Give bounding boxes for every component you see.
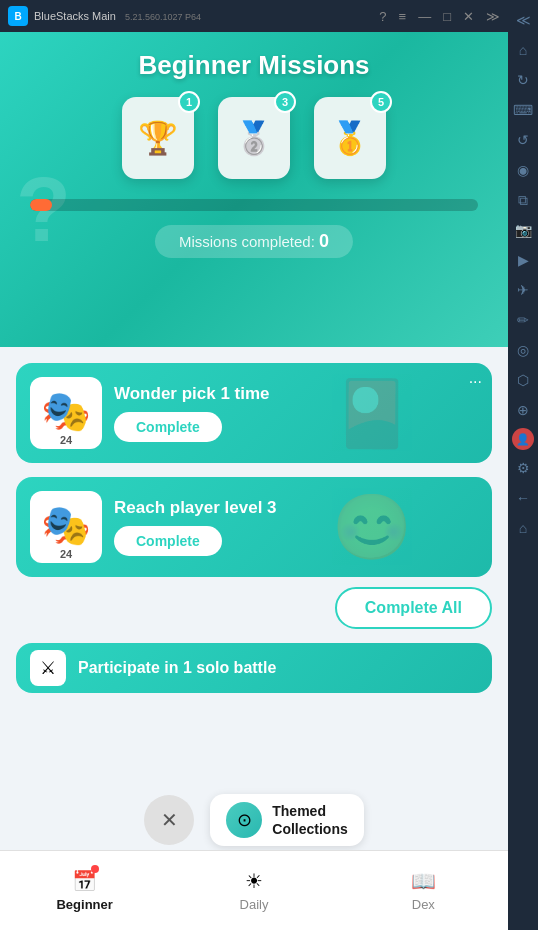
sidebar-rotate-icon[interactable]: ↻ <box>511 68 535 92</box>
mission-card-icon-2: 🥈 <box>234 119 274 157</box>
task-badge-1: 24 <box>60 434 72 446</box>
task-title-1: Wonder pick 1 time <box>114 384 478 404</box>
tab-label-daily: Daily <box>240 897 269 912</box>
sidebar-toggle-button[interactable]: ≫ <box>486 9 500 24</box>
task-title-2: Reach player level 3 <box>114 498 478 518</box>
bottom-nav: 📅 Beginner ☀ Daily 📖 Dex <box>0 850 508 930</box>
task-card-img-2: 🎭 24 <box>30 491 102 563</box>
close-icon: ✕ <box>161 808 178 832</box>
sidebar-refresh-icon[interactable]: ↺ <box>511 128 535 152</box>
tab-label-beginner: Beginner <box>56 897 112 912</box>
missions-completed-text: Missions completed: 0 <box>155 225 353 258</box>
sidebar-volume-icon[interactable]: ◉ <box>511 158 535 182</box>
complete-all-button[interactable]: Complete All <box>335 587 492 629</box>
title-bar-controls: ? ≡ — □ ✕ ≫ <box>379 9 500 24</box>
sidebar-keyboard-icon[interactable]: ⌨ <box>511 98 535 122</box>
complete-button-2[interactable]: Complete <box>114 526 222 556</box>
sidebar-back-icon[interactable]: ← <box>511 486 535 510</box>
mission-card-icon-1: 🏆 <box>138 119 178 157</box>
task-card-decor-1: 🎴 <box>332 376 412 451</box>
pokemon-icon-1: 🎭 <box>41 388 91 435</box>
sidebar-macro-icon[interactable]: ⧉ <box>511 188 535 212</box>
close-button[interactable]: ✕ <box>463 9 474 24</box>
themed-collections-button[interactable]: ⊙ Themed Collections <box>210 794 363 846</box>
sidebar-avatar[interactable]: 👤 <box>512 428 534 450</box>
task-info-1: Wonder pick 1 time Complete <box>114 384 478 442</box>
mission-card-1: 1 🏆 <box>122 97 194 179</box>
right-sidebar: ≪ ⌂ ↻ ⌨ ↺ ◉ ⧉ 📷 ▶ ✈ ✏ ◎ ⬡ ⊕ 👤 ⚙ ← ⌂ <box>508 0 538 930</box>
missions-title: Beginner Missions <box>0 32 508 81</box>
scroll-area: 🎴 🎭 24 Wonder pick 1 time Complete ··· 😊… <box>0 347 508 850</box>
tab-icon-daily: ☀ <box>245 869 263 893</box>
progress-container <box>0 199 508 211</box>
mission-card-number-2: 3 <box>274 91 296 113</box>
sidebar-map-icon[interactable]: ◎ <box>511 338 535 362</box>
progress-bar-bg <box>30 199 478 211</box>
maximize-button[interactable]: □ <box>443 9 451 24</box>
themed-collections-label: Themed Collections <box>272 802 347 838</box>
task-card-partial-3: ⚔ Participate in 1 solo battle <box>16 643 492 693</box>
app-title: BlueStacks Main 5.21.560.1027 P64 <box>34 10 379 22</box>
minimize-button[interactable]: — <box>418 9 431 24</box>
task-info-2: Reach player level 3 Complete <box>114 498 478 556</box>
tab-icon-dex: 📖 <box>411 869 436 893</box>
complete-button-1[interactable]: Complete <box>114 412 222 442</box>
partial-task-title-3: Participate in 1 solo battle <box>78 659 276 677</box>
tab-daily[interactable]: ☀ Daily <box>169 851 338 930</box>
themed-area: ✕ ⊙ Themed Collections <box>0 790 508 850</box>
sidebar-erase-icon[interactable]: ✏ <box>511 308 535 332</box>
sidebar-screenshot-icon[interactable]: 📷 <box>511 218 535 242</box>
sidebar-location-icon[interactable]: ✈ <box>511 278 535 302</box>
complete-all-container: Complete All <box>16 587 492 629</box>
mission-card-2: 3 🥈 <box>218 97 290 179</box>
sidebar-video-icon[interactable]: ▶ <box>511 248 535 272</box>
mission-card-number-3: 5 <box>370 91 392 113</box>
missions-banner: ? Beginner Missions 1 🏆 3 🥈 5 🥇 Missions… <box>0 32 508 347</box>
task-card-decor-2: 😊 <box>332 490 412 565</box>
mission-card-number-1: 1 <box>178 91 200 113</box>
sidebar-gear-icon[interactable]: ⚙ <box>511 456 535 480</box>
sidebar-layers-icon[interactable]: ⬡ <box>511 368 535 392</box>
title-bar: B BlueStacks Main 5.21.560.1027 P64 ? ≡ … <box>0 0 508 32</box>
pokemon-icon-2: 🎭 <box>41 502 91 549</box>
tab-dex[interactable]: 📖 Dex <box>339 851 508 930</box>
task-badge-2: 24 <box>60 548 72 560</box>
task-card-img-1: 🎭 24 <box>30 377 102 449</box>
app-logo: B <box>8 6 28 26</box>
menu-button[interactable]: ≡ <box>399 9 407 24</box>
task-card-2: 😊 🎭 24 Reach player level 3 Complete <box>16 477 492 577</box>
pokeball-icon: ⊙ <box>226 802 262 838</box>
sidebar-settings-icon[interactable]: ⊕ <box>511 398 535 422</box>
tab-label-dex: Dex <box>412 897 435 912</box>
partial-task-icon-3: ⚔ <box>30 650 66 686</box>
progress-bar-fill <box>30 199 52 211</box>
sidebar-expand-icon[interactable]: ≪ <box>511 8 535 32</box>
app-area: ? Beginner Missions 1 🏆 3 🥈 5 🥇 Missions… <box>0 32 508 930</box>
tab-dot-beginner <box>91 865 99 873</box>
mission-card-icon-3: 🥇 <box>330 119 370 157</box>
help-button[interactable]: ? <box>379 9 386 24</box>
sidebar-main-home-icon[interactable]: ⌂ <box>511 516 535 540</box>
task-card-1: 🎴 🎭 24 Wonder pick 1 time Complete ··· <box>16 363 492 463</box>
mission-card-3: 5 🥇 <box>314 97 386 179</box>
sidebar-home-icon[interactable]: ⌂ <box>511 38 535 62</box>
tab-beginner[interactable]: 📅 Beginner <box>0 851 169 930</box>
mission-cards-row: 1 🏆 3 🥈 5 🥇 <box>0 97 508 179</box>
more-options-1[interactable]: ··· <box>469 373 482 391</box>
themed-close-button[interactable]: ✕ <box>144 795 194 845</box>
